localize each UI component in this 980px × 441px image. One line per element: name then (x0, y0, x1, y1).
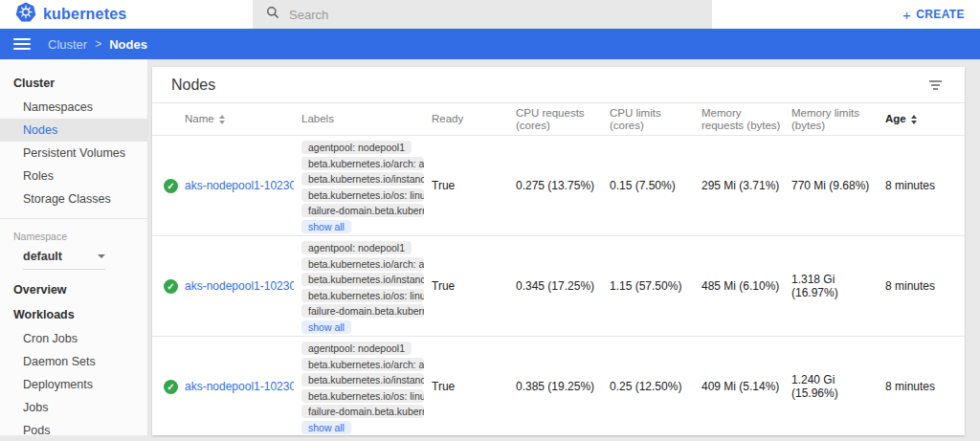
memory-requests-cell: 485 Mi (6.10%) (702, 236, 791, 336)
sidebar-item-workloads[interactable]: Workloads (0, 302, 147, 327)
sidebar-divider (0, 218, 147, 219)
show-all-chip[interactable]: show all (301, 220, 351, 233)
search-input[interactable] (289, 8, 699, 22)
namespace-label: Namespace (0, 227, 147, 246)
cpu-requests-cell: 0.345 (17.25%) (516, 236, 610, 336)
name-cell: aks-nodepool1-10230590-vm... (185, 136, 301, 235)
sidebar-item-roles[interactable]: Roles (0, 165, 147, 187)
create-button-label: CREATE (916, 8, 965, 21)
breadcrumb-parent[interactable]: Cluster (48, 37, 87, 52)
labels-cell: agentpool: nodepool1beta.kubernetes.io/a… (301, 136, 432, 235)
node-name-link[interactable]: aks-nodepool1-10230590-vm... (185, 179, 294, 192)
node-name-link[interactable]: aks-nodepool1-10230590-vm... (185, 279, 294, 293)
age-cell: 8 minutes (885, 337, 965, 435)
search-icon (266, 6, 279, 23)
table-row: ✓ aks-nodepool1-10230590-vm... agentpool… (152, 236, 965, 337)
memory-requests-cell: 295 Mi (3.71%) (702, 136, 791, 235)
memory-limits-cell: 1.240 Gi (15.96%) (791, 337, 885, 435)
brand[interactable]: kubernetes (0, 2, 239, 27)
sidebar-item-deployments[interactable]: Deployments (0, 373, 147, 396)
label-chip: agentpool: nodepool1 (301, 141, 412, 154)
kubernetes-logo-icon (15, 2, 36, 27)
sidebar-item-overview[interactable]: Overview (0, 277, 147, 302)
top-bar: kubernetes + CREATE (0, 0, 980, 29)
page-title: Nodes (171, 77, 215, 94)
search-box[interactable] (253, 0, 712, 29)
status-cell: ✓ (152, 136, 185, 235)
label-chip: agentpool: nodepool1 (301, 342, 412, 355)
label-chip: failure-domain.beta.kubernet... (301, 405, 424, 418)
sidebar-item-jobs[interactable]: Jobs (0, 396, 147, 419)
column-header-cpu-requests: CPU requests (cores) (516, 107, 610, 132)
show-all-chip[interactable]: show all (301, 421, 351, 434)
table-row: ✓ aks-nodepool1-10230590-vm... agentpool… (152, 136, 965, 236)
chevron-down-icon (98, 254, 105, 258)
column-header-age[interactable]: Age (885, 113, 965, 125)
ready-cell: True (432, 136, 516, 235)
label-chip: beta.kubernetes.io/os: linux (301, 289, 424, 302)
sidebar-item-nodes[interactable]: Nodes (0, 119, 147, 142)
namespace-value: default (23, 250, 62, 263)
sort-icon (911, 115, 917, 124)
ready-cell: True (432, 236, 516, 336)
cpu-requests-cell: 0.385 (19.25%) (516, 337, 610, 435)
breadcrumb-bar: Cluster > Nodes (0, 29, 980, 59)
content: Cluster Namespaces Nodes Persistent Volu… (0, 59, 980, 441)
label-chip: failure-domain.beta.kubernet... (301, 304, 424, 318)
table-header: Name Labels Ready CPU requests (cores) C… (152, 103, 965, 136)
label-chip: beta.kubernetes.io/arch: amd... (301, 257, 424, 271)
sidebar-item-namespaces[interactable]: Namespaces (0, 96, 147, 119)
labels-cell: agentpool: nodepool1beta.kubernetes.io/a… (301, 337, 432, 435)
status-ok-icon: ✓ (164, 279, 178, 294)
cpu-limits-cell: 0.25 (12.50%) (610, 337, 702, 435)
main-area: Nodes Name Labels Ready CPU requests (co… (148, 59, 980, 441)
sidebar-item-pods[interactable]: Pods (0, 419, 147, 435)
column-header-ready: Ready (432, 113, 516, 125)
nodes-card: Nodes Name Labels Ready CPU requests (co… (152, 67, 965, 435)
breadcrumb-separator-icon: > (95, 37, 101, 51)
status-cell: ✓ (152, 337, 185, 435)
column-header-memory-requests: Memory requests (bytes) (702, 107, 791, 132)
sidebar-item-storage-classes[interactable]: Storage Classes (0, 187, 147, 210)
sidebar-item-daemon-sets[interactable]: Daemon Sets (0, 350, 147, 373)
sidebar-item-cron-jobs[interactable]: Cron Jobs (0, 327, 147, 350)
cpu-limits-cell: 1.15 (57.50%) (610, 236, 702, 336)
label-chip: beta.kubernetes.io/os: linux (301, 188, 424, 202)
label-chip: failure-domain.beta.kubernet... (301, 204, 424, 217)
node-name-link[interactable]: aks-nodepool1-10230590-vm... (185, 380, 294, 393)
plus-icon: + (902, 8, 911, 22)
memory-limits-cell: 1.318 Gi (16.97%) (791, 236, 885, 336)
status-ok-icon: ✓ (164, 179, 178, 193)
label-chip: beta.kubernetes.io/instance-t... (301, 373, 424, 386)
status-ok-icon: ✓ (164, 380, 178, 394)
filter-icon[interactable] (925, 77, 946, 94)
memory-limits-cell: 770 Mi (9.68%) (791, 136, 885, 235)
name-cell: aks-nodepool1-10230590-vm... (185, 337, 301, 435)
sidebar: Cluster Namespaces Nodes Persistent Volu… (0, 59, 148, 435)
ready-cell: True (432, 337, 516, 435)
memory-requests-cell: 409 Mi (5.14%) (702, 337, 791, 435)
column-header-name[interactable]: Name (185, 113, 301, 125)
label-chip: beta.kubernetes.io/arch: amd... (301, 157, 424, 170)
create-button[interactable]: + CREATE (902, 0, 965, 29)
label-chip: beta.kubernetes.io/os: linux (301, 389, 424, 403)
table-body: ✓ aks-nodepool1-10230590-vm... agentpool… (152, 136, 965, 435)
column-header-labels: Labels (301, 113, 432, 125)
column-header-memory-limits: Memory limits (bytes) (791, 107, 885, 132)
age-cell: 8 minutes (885, 136, 965, 235)
breadcrumb-current: Nodes (109, 37, 147, 52)
cpu-requests-cell: 0.275 (13.75%) (516, 136, 610, 235)
labels-cell: agentpool: nodepool1beta.kubernetes.io/a… (301, 236, 432, 336)
sidebar-item-cluster[interactable]: Cluster (0, 71, 147, 96)
status-cell: ✓ (152, 236, 185, 336)
age-cell: 8 minutes (885, 236, 965, 336)
label-chip: beta.kubernetes.io/arch: amd... (301, 358, 424, 371)
cpu-limits-cell: 0.15 (7.50%) (610, 136, 702, 235)
show-all-chip[interactable]: show all (301, 320, 351, 334)
column-header-cpu-limits: CPU limits (cores) (610, 107, 702, 132)
namespace-select[interactable]: default (23, 250, 105, 270)
menu-icon[interactable] (13, 38, 31, 50)
sort-icon (219, 115, 225, 124)
sidebar-item-persistent-volumes[interactable]: Persistent Volumes (0, 142, 147, 165)
label-chip: agentpool: nodepool1 (301, 241, 412, 254)
